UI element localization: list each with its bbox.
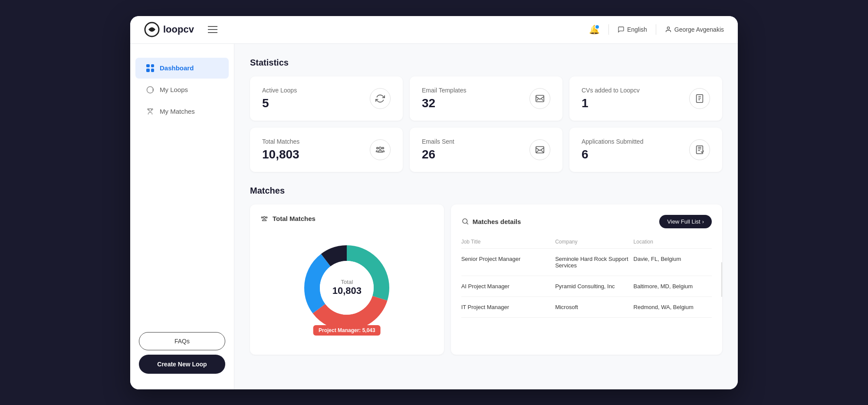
svg-point-15 — [261, 217, 263, 218]
cell-location: Baltimore, MD, Belgium — [634, 283, 712, 290]
cell-location: Redmond, WA, Belgium — [634, 304, 712, 310]
table-row[interactable]: AI Project Manager Pyramid Consulting, I… — [461, 276, 712, 297]
stat-card-active-loops: Active Loops 5 — [250, 76, 403, 121]
total-matches-icon — [260, 215, 268, 223]
chevron-right-icon: › — [702, 218, 704, 225]
language-label: English — [627, 26, 647, 33]
view-full-list-button[interactable]: View Full List › — [659, 215, 712, 228]
refresh-icon — [370, 88, 391, 109]
svg-point-16 — [266, 217, 267, 218]
stat-label: Applications Submitted — [582, 138, 643, 145]
matches-grid: Total Matches — [250, 204, 722, 355]
stat-card-cvs-added: CVs added to Loopcv 1 — [569, 76, 722, 121]
cell-job-title: Senior Project Manager — [461, 256, 556, 269]
donut-center-label: Total — [332, 279, 362, 285]
email-sent-icon — [529, 139, 550, 160]
sidebar-item-label: Dashboard — [160, 64, 194, 72]
cell-job-title: IT Project Manager — [461, 304, 556, 310]
user-name: George Avgenakis — [674, 26, 724, 33]
col-location: Location — [634, 239, 712, 245]
app-name: loopcv — [163, 24, 194, 35]
stat-label: Total Matches — [262, 138, 299, 145]
cell-job-title: AI Project Manager — [461, 283, 556, 290]
donut-center: Total 10,803 — [332, 279, 362, 296]
user-icon — [665, 26, 672, 33]
menu-button[interactable] — [208, 26, 217, 33]
statistics-title: Statistics — [250, 58, 722, 68]
total-matches-card: Total Matches — [250, 204, 444, 355]
applications-icon — [689, 139, 710, 160]
header: loopcv 🔔 English George Avgenakis — [130, 16, 738, 44]
logo: loopcv — [144, 22, 194, 37]
cell-company: Pyramid Consulting, Inc — [555, 283, 633, 290]
email-template-icon — [529, 88, 550, 109]
cell-company: Seminole Hard Rock Support Services — [555, 256, 633, 269]
stat-value: 1 — [582, 96, 640, 110]
logo-icon — [144, 22, 160, 37]
svg-point-14 — [263, 216, 266, 218]
col-company: Company — [555, 239, 633, 245]
stat-value: 5 — [262, 96, 297, 110]
svg-point-1 — [149, 109, 151, 111]
svg-point-8 — [377, 147, 378, 149]
matches-title: Matches — [250, 186, 722, 196]
stat-value: 10,803 — [262, 148, 299, 161]
cv-icon — [689, 88, 710, 109]
faqs-button[interactable]: FAQs — [139, 332, 225, 350]
header-divider-1 — [608, 24, 609, 35]
svg-rect-4 — [536, 95, 544, 102]
donut-center-value: 10,803 — [332, 285, 362, 296]
main-layout: Dashboard My Loops — [130, 44, 738, 389]
col-job-title: Job Title — [461, 239, 556, 245]
sidebar-item-my-loops[interactable]: My Loops — [135, 79, 229, 100]
sidebar-nav: Dashboard My Loops — [130, 53, 234, 325]
svg-point-7 — [379, 147, 381, 149]
sidebar: Dashboard My Loops — [130, 44, 234, 389]
grid-icon — [146, 64, 155, 72]
total-matches-card-title: Total Matches — [273, 215, 316, 222]
svg-point-22 — [463, 219, 467, 224]
cell-location: Davie, FL, Belgium — [634, 256, 712, 269]
matches-icon — [146, 107, 155, 116]
search-details-icon — [461, 217, 469, 225]
matches-details-title: Matches details — [461, 217, 521, 225]
donut-chart-container: Total 10,803 Project Manager: 5,043 — [260, 231, 434, 344]
donut-tooltip: Project Manager: 5,043 — [313, 325, 381, 336]
sidebar-item-dashboard[interactable]: Dashboard — [135, 58, 229, 79]
header-right: 🔔 English George Avgenakis — [589, 24, 724, 35]
svg-line-12 — [541, 150, 544, 152]
matches-details-card: Matches details View Full List › Job Tit… — [451, 204, 722, 355]
stat-card-email-templates: Email Templates 32 — [410, 76, 562, 121]
create-new-loop-button[interactable]: Create New Loop — [139, 355, 225, 374]
statistics-grid: Active Loops 5 Email Templates 32 — [250, 76, 722, 172]
header-divider-2 — [656, 24, 656, 35]
svg-point-3 — [148, 109, 149, 110]
sidebar-item-label: My Loops — [160, 86, 188, 93]
user-menu[interactable]: George Avgenakis — [665, 26, 724, 33]
stat-value: 26 — [422, 148, 454, 161]
app-window: loopcv 🔔 English George Avgenakis — [130, 16, 738, 389]
language-selector[interactable]: English — [618, 26, 647, 33]
stat-card-applications-submitted: Applications Submitted 6 — [569, 128, 722, 172]
sidebar-footer: FAQs Create New Loop — [130, 325, 234, 381]
table-row[interactable]: Senior Project Manager Seminole Hard Roc… — [461, 249, 712, 276]
table-header: Job Title Company Location — [461, 235, 712, 249]
stat-label: Active Loops — [262, 87, 297, 94]
stat-card-total-matches: Total Matches 10,803 — [250, 128, 403, 172]
stat-value: 6 — [582, 148, 643, 161]
svg-line-11 — [536, 150, 539, 152]
matches-details-header: Matches details View Full List › — [461, 215, 712, 228]
matches-details-card-title: Matches details — [473, 218, 521, 225]
sidebar-item-my-matches[interactable]: My Matches — [135, 101, 229, 122]
stat-value: 32 — [422, 96, 466, 110]
svg-point-2 — [151, 109, 153, 110]
scrollbar[interactable] — [721, 262, 722, 297]
content-area: Statistics Active Loops 5 — [234, 44, 738, 389]
svg-point-9 — [382, 147, 384, 149]
notification-bell[interactable]: 🔔 — [589, 24, 600, 35]
stat-card-emails-sent: Emails Sent 26 — [410, 128, 562, 172]
stat-label: Email Templates — [422, 87, 466, 94]
cell-company: Microsoft — [555, 304, 633, 310]
loop-icon — [146, 86, 155, 94]
table-row[interactable]: IT Project Manager Microsoft Redmond, WA… — [461, 297, 712, 318]
